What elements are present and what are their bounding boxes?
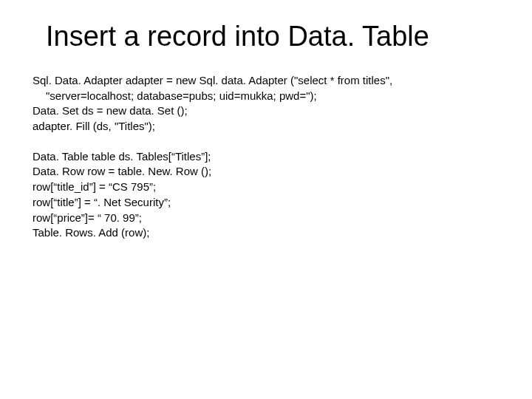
code-block-1: Sql. Data. Adapter adapter = new Sql. da… (33, 73, 499, 134)
code-line: Data. Row row = table. New. Row (); (33, 164, 499, 180)
code-line: Data. Table table ds. Tables[“Titles”]; (33, 149, 499, 165)
code-line: Data. Set ds = new data. Set (); (33, 103, 499, 119)
code-line: row[“title”] = “. Net Security”; (33, 195, 499, 211)
code-line: Table. Rows. Add (row); (33, 225, 499, 241)
slide: Insert a record into Data. Table Sql. Da… (0, 0, 532, 399)
code-line: Sql. Data. Adapter adapter = new Sql. da… (33, 73, 499, 89)
code-line: row[“title_id”] = “CS 795”; (33, 180, 499, 195)
spacer (33, 134, 499, 149)
slide-title: Insert a record into Data. Table (46, 21, 499, 52)
code-block-2: Data. Table table ds. Tables[“Titles”]; … (33, 149, 499, 241)
code-line: row[“price”]= “ 70. 99”; (33, 211, 499, 226)
code-line: adapter. Fill (ds, "Titles"); (33, 119, 499, 134)
code-line: "server=localhost; database=pubs; uid=mu… (33, 89, 499, 104)
